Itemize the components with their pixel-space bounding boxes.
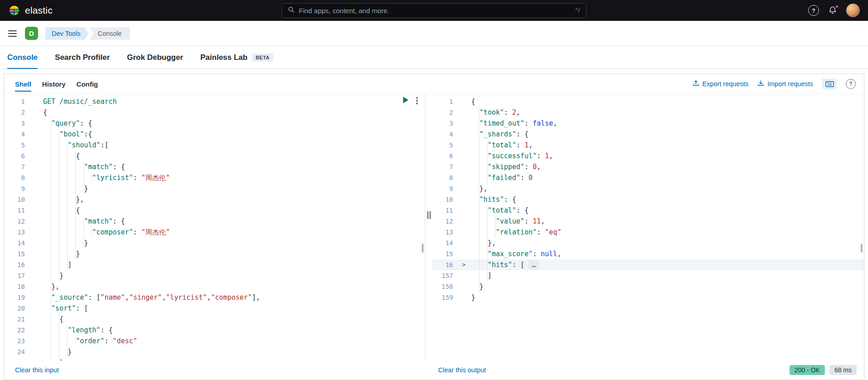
import-requests-button[interactable]: Import requests <box>757 80 813 88</box>
code-line: 17 } <box>4 270 425 281</box>
space-avatar[interactable]: D <box>25 27 38 40</box>
search-icon <box>288 6 295 15</box>
subtab-config[interactable]: Config <box>77 80 98 88</box>
breadcrumb-item-dev-tools[interactable]: Dev Tools <box>45 27 88 40</box>
code-line: 15 } <box>4 248 425 259</box>
code-line: 4 "bool":{ <box>4 129 425 140</box>
response-viewer[interactable]: 1{2 "took": 2,3 "timed_out": false,4 "_s… <box>432 94 864 361</box>
pane-resizer[interactable] <box>425 94 432 361</box>
tab-label: Search Profiler <box>55 53 110 62</box>
beta-badge: BETA <box>252 54 273 62</box>
footer-left: Clear this input <box>4 366 425 374</box>
response-scrollbar-thumb[interactable] <box>861 244 863 253</box>
request-options-button[interactable] <box>415 96 419 105</box>
export-requests-button[interactable]: Export requests <box>692 80 749 88</box>
elastic-logo[interactable] <box>8 5 20 17</box>
search-placeholder: Find apps, content, and more. <box>299 7 571 15</box>
breadcrumb-item-console: Console <box>89 27 130 40</box>
code-line: 14 }, <box>432 238 864 248</box>
global-search-input[interactable]: Find apps, content, and more. ^/ <box>282 3 586 18</box>
tab-label: Console <box>7 53 38 62</box>
user-avatar[interactable] <box>846 4 860 17</box>
line-number: 24 <box>4 346 32 357</box>
code-line: 1GET /music/_search <box>4 96 425 107</box>
fold-ellipsis[interactable]: … <box>528 260 539 269</box>
line-number: 9 <box>4 183 32 194</box>
notifications-button[interactable] <box>828 6 837 15</box>
import-label: Import requests <box>767 80 813 88</box>
clear-output-link[interactable]: Clear this output <box>438 366 486 374</box>
console-panel: ShellHistoryConfig Export requests <box>4 73 864 380</box>
console-help-icon[interactable] <box>846 79 856 89</box>
subtab-shell[interactable]: Shell <box>15 80 31 88</box>
clear-input-link[interactable]: Clear this input <box>15 366 59 374</box>
line-number: 21 <box>4 314 32 325</box>
line-number: 23 <box>4 336 32 346</box>
line-number: 15 <box>432 248 460 259</box>
code-line: 6 "successful": 1, <box>432 151 864 161</box>
line-number: 10 <box>432 194 460 205</box>
tab-grok-debugger[interactable]: Grok Debugger <box>127 46 183 68</box>
line-number: 2 <box>432 107 460 118</box>
fold-toggle-icon[interactable]: > <box>462 259 466 270</box>
code-line: 20 "sort": [ <box>4 303 425 314</box>
line-number: 19 <box>4 292 32 303</box>
line-number: 13 <box>432 227 460 238</box>
code-line: 24 } <box>4 346 425 357</box>
status-badge: 200 - OK <box>790 365 825 375</box>
line-number: 11 <box>432 205 460 216</box>
line-number: 4 <box>432 129 460 140</box>
editor-split: 1GET /music/_search2{3 "query": {4 "bool… <box>4 94 864 361</box>
tab-painless-lab[interactable]: Painless LabBETA <box>200 46 273 68</box>
line-number: 17 <box>4 270 32 281</box>
code-line: 10 }, <box>4 194 425 205</box>
code-line: 15 "max_score": null, <box>432 248 864 259</box>
console-subtabs: ShellHistoryConfig <box>15 80 98 88</box>
global-header: elastic Find apps, content, and more. ^/ <box>0 0 868 21</box>
console-footer: Clear this input Clear this output 200 -… <box>4 361 864 380</box>
code-line: 5 "should":[ <box>4 140 425 151</box>
app-tabs: ConsoleSearch ProfilerGrok DebuggerPainl… <box>0 46 868 69</box>
header-right <box>808 4 860 17</box>
code-line: 22 "length": { <box>4 325 425 336</box>
code-line: 7 "match": { <box>4 161 425 172</box>
code-line: 12 "match": { <box>4 216 425 227</box>
elastic-logo-icon <box>8 5 20 17</box>
code-line: 13 "relation": "eq" <box>432 227 864 238</box>
time-badge: 68 ms <box>829 365 857 375</box>
send-request-button[interactable] <box>403 97 409 105</box>
play-icon <box>403 97 409 103</box>
line-number: 15 <box>4 248 32 259</box>
tab-console[interactable]: Console <box>7 46 38 68</box>
line-number: 11 <box>4 205 32 216</box>
line-number: 8 <box>4 172 32 183</box>
subtab-history[interactable]: History <box>42 80 66 88</box>
help-icon[interactable] <box>808 5 819 16</box>
code-line: 10 "hits": { <box>432 194 864 205</box>
request-scrollbar-thumb[interactable] <box>422 244 424 253</box>
line-number: 22 <box>4 325 32 336</box>
code-line: 8 "lyricist": "周杰伦" <box>4 172 425 183</box>
line-number: 158 <box>432 281 460 292</box>
line-number: 4 <box>4 129 32 140</box>
code-line: 25 } <box>4 357 425 361</box>
response-lines: 1{2 "took": 2,3 "timed_out": false,4 "_s… <box>432 94 864 303</box>
keyboard-icon <box>825 81 834 87</box>
line-number: 25 <box>4 357 32 361</box>
menu-toggle-button[interactable] <box>7 29 18 39</box>
resizer-grip-icon <box>427 211 430 219</box>
console-actions: Export requests Import requests <box>692 78 856 89</box>
code-line: 13 "composer": "周杰伦" <box>4 227 425 238</box>
response-badges: 200 - OK 68 ms <box>790 365 857 375</box>
code-line: 159} <box>432 292 864 303</box>
tab-search-profiler[interactable]: Search Profiler <box>55 46 110 68</box>
request-editor[interactable]: 1GET /music/_search2{3 "query": {4 "bool… <box>4 94 425 361</box>
line-number: 3 <box>4 118 32 129</box>
request-inline-actions <box>403 96 419 105</box>
console-workspace: ShellHistoryConfig Export requests <box>0 69 868 380</box>
line-number: 5 <box>4 140 32 151</box>
keyboard-shortcuts-button[interactable] <box>822 78 837 89</box>
code-line: 8 "failed": 0 <box>432 172 864 183</box>
code-line: 23 "order": "desc" <box>4 336 425 346</box>
tab-label: Painless Lab <box>200 53 248 62</box>
